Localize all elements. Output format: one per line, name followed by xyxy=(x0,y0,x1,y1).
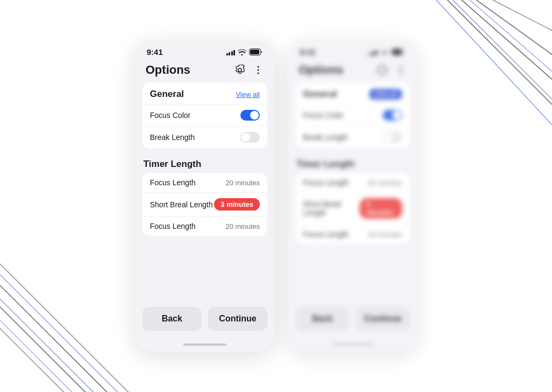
focus-color-row: Focus Color xyxy=(142,104,267,126)
svg-point-22 xyxy=(400,66,402,68)
status-icons xyxy=(226,48,264,55)
break-length-row: Break Length xyxy=(142,126,267,148)
focus-length-row-2: Focus Length 20 minutes xyxy=(142,216,267,236)
timer-section-title: Timer Length xyxy=(142,156,267,173)
blurred-status-bar: 9:41 xyxy=(288,40,417,60)
svg-line-11 xyxy=(0,269,129,392)
general-section-header: General View all xyxy=(142,82,267,104)
focus-length-value-1: 20 minutes xyxy=(225,179,260,187)
battery-icon xyxy=(249,48,263,55)
svg-line-7 xyxy=(0,280,119,392)
svg-line-1 xyxy=(456,0,552,92)
header-icons xyxy=(234,64,264,76)
general-section: General View all Focus Color Break Lengt… xyxy=(142,82,267,148)
content-area: General View all Focus Color Break Lengt… xyxy=(135,82,275,302)
signal-icon xyxy=(226,49,236,55)
view-all-link[interactable]: View all xyxy=(236,90,260,99)
focus-color-label: Focus Color xyxy=(150,111,190,120)
secondary-phone: 9:41 Options xyxy=(288,40,417,352)
status-time: 9:41 xyxy=(147,47,163,57)
wifi-icon xyxy=(238,49,246,55)
continue-button[interactable]: Continue xyxy=(208,307,267,331)
short-break-badge[interactable]: 3 minutes xyxy=(214,198,260,211)
break-length-toggle[interactable] xyxy=(240,132,260,143)
timer-section: Timer Length Focus Length 20 minutes Sho… xyxy=(142,156,267,236)
page-title: Options xyxy=(146,63,190,77)
svg-line-3 xyxy=(482,0,552,38)
svg-line-8 xyxy=(0,302,97,392)
blurred-battery xyxy=(391,48,405,55)
svg-rect-20 xyxy=(392,50,402,54)
svg-line-13 xyxy=(0,315,84,392)
svg-point-17 xyxy=(258,69,259,71)
svg-point-18 xyxy=(258,73,259,74)
focus-length-label-1: Focus Length xyxy=(150,178,196,187)
focus-length-label-2: Focus Length xyxy=(150,222,196,230)
more-icon[interactable] xyxy=(252,64,264,76)
blurred-wifi xyxy=(380,49,389,55)
svg-line-0 xyxy=(442,0,552,118)
svg-line-9 xyxy=(0,323,75,392)
svg-point-16 xyxy=(258,66,259,68)
svg-point-21 xyxy=(378,66,387,74)
status-bar: 9:41 xyxy=(135,40,275,60)
bottom-buttons: Back Continue xyxy=(135,302,275,339)
svg-line-2 xyxy=(469,0,552,65)
focus-color-toggle[interactable] xyxy=(240,110,260,121)
app-header: Options xyxy=(135,60,275,82)
break-length-label: Break Length xyxy=(150,133,195,142)
home-bar xyxy=(183,344,226,346)
svg-line-12 xyxy=(0,293,105,392)
svg-line-4 xyxy=(431,0,552,140)
focus-length-value-2: 20 minutes xyxy=(225,222,260,230)
primary-phone: 9:41 Options xyxy=(135,40,275,352)
svg-rect-15 xyxy=(250,50,259,54)
short-break-row: Short Breal Length 3 minutes xyxy=(142,192,267,216)
timer-rows-card: Focus Length 20 minutes Short Breal Leng… xyxy=(142,173,267,236)
svg-point-23 xyxy=(400,69,402,71)
svg-line-5 xyxy=(447,0,552,113)
focus-length-row-1: Focus Length 20 minutes xyxy=(142,173,267,192)
short-break-label: Short Breal Length xyxy=(150,200,213,209)
svg-point-24 xyxy=(400,73,402,74)
gear-icon[interactable] xyxy=(234,64,246,76)
svg-line-10 xyxy=(0,258,140,392)
svg-line-6 xyxy=(464,0,552,83)
home-indicator xyxy=(135,339,275,352)
general-title: General xyxy=(150,89,184,100)
back-button[interactable]: Back xyxy=(142,307,202,331)
